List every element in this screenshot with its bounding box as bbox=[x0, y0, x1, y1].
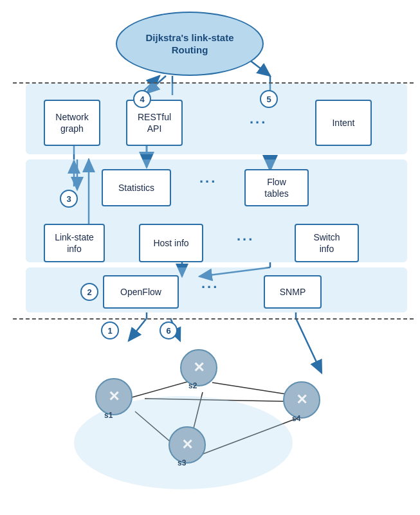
host-info-box: Host info bbox=[139, 224, 203, 262]
restful-api-label: RESTfulAPI bbox=[138, 111, 171, 134]
circle-2: 2 bbox=[80, 283, 98, 301]
switch-s3: ✕ bbox=[169, 426, 206, 464]
svg-line-8 bbox=[251, 61, 270, 76]
circle-4: 4 bbox=[133, 90, 151, 108]
flow-tables-box: Flowtables bbox=[244, 169, 309, 206]
restful-api-box: RESTfulAPI bbox=[126, 100, 183, 146]
dots-row3: ··· bbox=[237, 231, 254, 248]
dots-row1: ··· bbox=[250, 114, 267, 131]
switch-info-box: Switchinfo bbox=[295, 224, 359, 262]
network-graph-label: Networkgraph bbox=[55, 111, 88, 134]
switch-info-label: Switchinfo bbox=[313, 231, 340, 255]
svg-line-16 bbox=[296, 318, 322, 373]
statistics-label: Statistics bbox=[118, 182, 154, 194]
switch-s2: ✕ bbox=[180, 349, 217, 386]
dashed-line-bottom bbox=[13, 318, 414, 320]
switch-s3-label: s3 bbox=[178, 458, 186, 467]
switch-s3-icon: ✕ bbox=[181, 437, 193, 453]
switch-s1: ✕ bbox=[95, 378, 132, 415]
dijkstra-label: Dijkstra's link-stateRouting bbox=[146, 32, 234, 57]
openflow-box: OpenFlow bbox=[103, 275, 179, 309]
dots-row2: ··· bbox=[199, 174, 217, 190]
link-state-info-label: Link-stateinfo bbox=[55, 231, 94, 255]
switch-s4-icon: ✕ bbox=[296, 392, 307, 408]
diagram: Dijkstra's link-stateRouting Networkgrap… bbox=[0, 0, 420, 515]
switch-s4: ✕ bbox=[283, 381, 320, 419]
switch-s1-icon: ✕ bbox=[108, 388, 120, 405]
circle-5: 5 bbox=[260, 90, 278, 108]
openflow-label: OpenFlow bbox=[120, 286, 161, 298]
switch-s2-icon: ✕ bbox=[193, 359, 205, 376]
circle-6: 6 bbox=[160, 321, 178, 339]
flow-tables-label: Flowtables bbox=[264, 176, 288, 199]
switch-s4-label: s4 bbox=[292, 414, 300, 423]
intent-label: Intent bbox=[332, 117, 354, 129]
dots-row4: ··· bbox=[201, 279, 219, 296]
switch-s2-label: s2 bbox=[188, 381, 197, 390]
circle-3: 3 bbox=[60, 190, 78, 208]
switch-s1-label: s1 bbox=[104, 411, 113, 420]
network-graph-box: Networkgraph bbox=[44, 100, 100, 146]
intent-box: Intent bbox=[315, 100, 372, 146]
svg-line-13 bbox=[129, 318, 147, 341]
dijkstra-ellipse: Dijkstra's link-stateRouting bbox=[116, 12, 264, 76]
snmp-box: SNMP bbox=[264, 275, 322, 309]
statistics-box: Statistics bbox=[102, 169, 171, 206]
circle-1: 1 bbox=[101, 321, 119, 339]
snmp-label: SNMP bbox=[280, 286, 306, 298]
host-info-label: Host info bbox=[153, 237, 188, 249]
link-state-info-box: Link-stateinfo bbox=[44, 224, 105, 262]
